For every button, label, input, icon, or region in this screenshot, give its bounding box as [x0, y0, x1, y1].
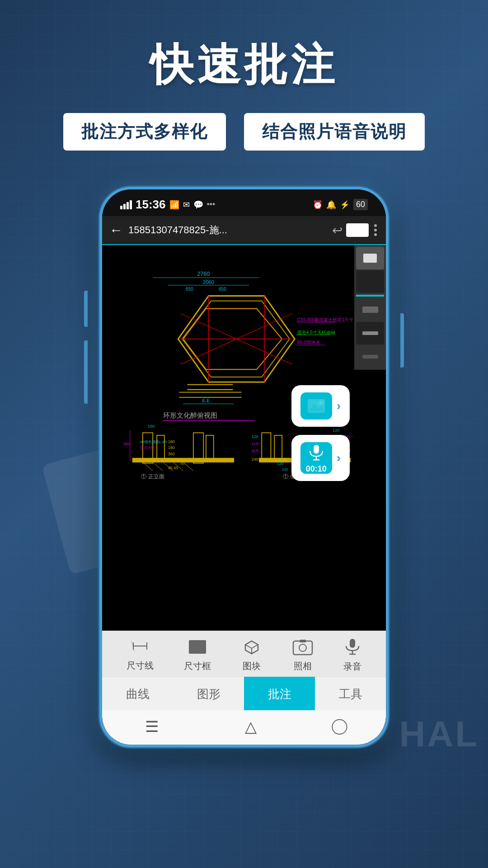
status-bar: 15:36 📶 ✉ 💬 ••• ⏰ 🔔 ⚡ 60	[102, 189, 386, 216]
dot-3	[374, 233, 377, 236]
signal-bar-1	[120, 206, 122, 209]
photo-icon	[300, 392, 332, 420]
svg-text:180: 180	[168, 439, 175, 444]
recording-label: 录音	[343, 660, 361, 673]
audio-button-arrow: ›	[337, 451, 341, 465]
svg-text:150: 150	[148, 424, 155, 429]
svg-text:C15-300素混凝土垫层1尺寸: C15-300素混凝土垫层1尺寸	[297, 317, 353, 322]
svg-text:① 正立面: ① 正立面	[141, 473, 164, 480]
bell-icon: 🔔	[326, 200, 336, 210]
svg-text:120: 120	[252, 434, 258, 439]
tool-icons-row: 尺寸线 尺寸框	[102, 631, 386, 676]
svg-text:650: 650	[186, 287, 193, 292]
nav-bar: ☰ △ ⃝	[102, 710, 386, 745]
svg-text:120: 120	[277, 461, 284, 466]
battery-icon: 60	[353, 199, 368, 210]
subtitle-badge-1: 批注方式多样化	[63, 113, 226, 151]
more-icon: •••	[207, 200, 216, 209]
phone-volume-up-button	[84, 291, 88, 327]
audio-timer: 00:10	[306, 464, 327, 474]
phone-wrapper: 15:36 📶 ✉ 💬 ••• ⏰ 🔔 ⚡ 60 ←	[90, 178, 398, 756]
svg-text:650: 650	[219, 287, 226, 292]
svg-text:360: 360	[168, 452, 175, 456]
svg-rect-88	[300, 640, 306, 642]
dots-menu-button[interactable]	[372, 222, 379, 238]
svg-point-87	[299, 644, 306, 651]
svg-text:柱件二: 柱件二	[252, 449, 263, 453]
alarm-icon: ⏰	[313, 200, 323, 210]
wechat-icon: 💬	[193, 200, 203, 210]
svg-rect-53	[274, 435, 282, 461]
main-content: 快速批注 批注方式多样化 结合照片语音说明	[0, 0, 488, 868]
nav-home-icon[interactable]: △	[245, 717, 257, 736]
subtitle-row: 批注方式多样化 结合照片语音说明	[63, 113, 425, 151]
tool-dimension-frame[interactable]: 尺寸框	[184, 638, 211, 672]
svg-rect-74	[314, 445, 319, 454]
network-icon: 📶	[169, 200, 179, 210]
svg-text:60-100木灰: 60-100木灰	[297, 340, 320, 345]
tool-recording[interactable]: 录音	[343, 638, 361, 673]
svg-text:120: 120	[282, 467, 288, 472]
svg-line-46	[153, 462, 163, 471]
dimension-frame-label: 尺寸框	[184, 660, 211, 672]
svg-text:H2墙长规格L-4/3: H2墙长规格L-4/3	[140, 440, 168, 444]
signal-bar-2	[123, 204, 126, 209]
svg-line-83	[245, 645, 252, 648]
dimension-line-icon	[131, 639, 149, 657]
dot-2	[374, 229, 377, 231]
tab-bar: 曲线 图形 批注 工具	[102, 676, 386, 710]
svg-rect-89	[350, 639, 355, 648]
photo-tool-icon	[292, 638, 313, 657]
svg-text:240: 240	[168, 458, 175, 462]
svg-rect-81	[189, 640, 206, 654]
undo-icon[interactable]: ↩	[332, 223, 343, 238]
svg-rect-33	[206, 435, 214, 461]
phone-power-button	[400, 313, 404, 368]
photo-label: 照相	[294, 660, 312, 672]
signal-bar-4	[130, 200, 132, 209]
nav-menu-icon[interactable]: ☰	[145, 717, 159, 736]
flash-icon: ⚡	[340, 200, 350, 210]
svg-line-84	[252, 645, 258, 648]
svg-text:120: 120	[333, 428, 339, 433]
photo-button-arrow: ›	[337, 399, 341, 413]
bottom-toolbar: 尺寸线 尺寸框	[102, 631, 386, 745]
svg-text:注注注明: 注注注明	[140, 446, 155, 450]
top-bar: ← 15851307478825-施... ↩	[102, 216, 386, 245]
back-button[interactable]: ←	[109, 222, 123, 238]
svg-text:2760: 2760	[197, 271, 210, 277]
svg-text:240: 240	[252, 457, 258, 462]
dot-1	[374, 224, 377, 227]
status-time: 15:36	[136, 198, 166, 212]
white-rect-icon	[346, 223, 369, 237]
svg-text:560: 560	[123, 442, 130, 446]
tab-tools[interactable]: 工具	[315, 677, 386, 710]
audio-annotation-button[interactable]: 00:10 ›	[291, 435, 350, 481]
svg-point-71	[319, 401, 323, 405]
svg-text:柱件一: 柱件一	[252, 442, 263, 446]
tool-dimension-line[interactable]: 尺寸线	[127, 639, 154, 672]
signal-bar-3	[127, 202, 129, 209]
dimension-line-label: 尺寸线	[127, 660, 154, 672]
block-label: 图块	[243, 660, 261, 672]
svg-rect-86	[293, 641, 312, 655]
svg-text:环形文化醉俯视图: 环形文化醉俯视图	[163, 412, 217, 419]
phone-frame: 15:36 📶 ✉ 💬 ••• ⏰ 🔔 ⚡ 60 ←	[99, 187, 389, 747]
page-title: 快速批注	[150, 36, 338, 95]
phone-volume-down-button	[84, 340, 88, 404]
svg-rect-52	[262, 433, 271, 461]
photo-annotation-button[interactable]: ›	[291, 385, 350, 427]
svg-text:E-E: E-E	[202, 398, 210, 403]
tab-annotate[interactable]: 批注	[244, 677, 315, 710]
signal-bars	[120, 200, 132, 209]
status-right-icons: ⏰ 🔔 ⚡ 60	[313, 199, 368, 210]
svg-text:2060: 2060	[203, 279, 214, 285]
svg-text:圆形4.5寸无机磁磁: 圆形4.5寸无机磁磁	[297, 330, 335, 335]
tool-block[interactable]: 图块	[242, 638, 262, 672]
tool-photo[interactable]: 照相	[292, 638, 313, 672]
cad-drawing-area[interactable]: 2760 2060 650 650	[102, 245, 386, 631]
phone-screen: 15:36 📶 ✉ 💬 ••• ⏰ 🔔 ⚡ 60 ←	[102, 189, 386, 745]
tab-shapes[interactable]: 图形	[173, 677, 244, 710]
svg-line-49	[183, 462, 193, 471]
tab-curves[interactable]: 曲线	[102, 677, 173, 710]
